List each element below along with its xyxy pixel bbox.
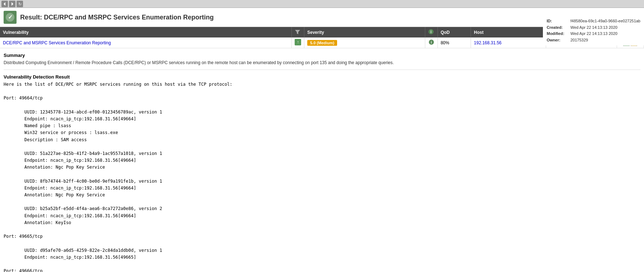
svg-text:↑: ↑: [297, 40, 299, 45]
nav-forward-icon[interactable]: [9, 1, 15, 7]
main-content: Vulnerability Severity i: [0, 27, 644, 272]
severity-cell: 5.0 (Medium): [304, 37, 425, 48]
svg-text:✓: ✓: [8, 14, 13, 20]
svg-text:↻: ↻: [18, 2, 22, 6]
host-link[interactable]: 192.168.31.56: [474, 40, 502, 45]
nav-back-icon[interactable]: [1, 1, 8, 7]
col-header-severity: Severity: [304, 27, 425, 37]
qod-icon-cell: i: [425, 37, 437, 48]
modified-value: Wed Apr 22 14:13:13 2020: [570, 31, 617, 37]
qod-filter-icon[interactable]: i: [428, 29, 434, 35]
id-value: f48580ea-69c1-49a0-9660-ee027251ab: [570, 18, 640, 24]
svg-text:i: i: [431, 40, 432, 44]
summary-title: Summary: [4, 53, 640, 58]
severity-badge: 5.0 (Medium): [307, 40, 337, 46]
modified-label: Modified:: [547, 31, 568, 37]
col-header-icon1: [292, 27, 304, 37]
owner-label: Owner:: [547, 37, 568, 44]
svg-marker-10: [295, 30, 300, 34]
id-label: ID:: [547, 18, 568, 24]
app-logo: ✓: [4, 11, 17, 24]
col-header-qod-icon: i: [425, 27, 437, 37]
summary-content: Distributed Computing Environment / Remo…: [4, 59, 640, 66]
host-cell: 192.168.31.56: [471, 37, 546, 48]
meta-information: ID: f48580ea-69c1-49a0-9660-ee027251ab C…: [543, 16, 644, 45]
created-label: Created:: [547, 24, 568, 31]
refresh-icon[interactable]: ↻: [17, 1, 23, 7]
col-header-qod: QoD: [437, 27, 471, 37]
vulnerability-name-cell: DCE/RPC and MSRPC Services Enumeration R…: [0, 37, 292, 48]
svg-text:i: i: [431, 30, 432, 34]
row-status-icon: ↑: [295, 39, 301, 45]
col-header-vulnerability: Vulnerability: [0, 27, 292, 37]
detection-content: Here is the list of DCE/RPC or MSRPC ser…: [4, 81, 640, 272]
filter-icon[interactable]: [295, 29, 300, 35]
vulnerability-link[interactable]: DCE/RPC and MSRPC Services Enumeration R…: [3, 40, 111, 45]
qod-row-icon: i: [428, 39, 434, 45]
page-title: Result: DCE/RPC and MSRPC Services Enume…: [20, 14, 214, 21]
col-header-host: Host: [471, 27, 546, 37]
page-header: ✓ Result: DCE/RPC and MSRPC Services Enu…: [0, 8, 644, 27]
created-value: Wed Apr 22 14:13:13 2020: [570, 24, 617, 31]
owner-value: 20175329: [570, 37, 588, 44]
detection-title: Vulnerability Detection Result: [4, 74, 640, 80]
row-icon-cell: ↑: [292, 37, 304, 48]
qod-cell: 80%: [437, 37, 471, 48]
toolbar: ↻: [0, 0, 644, 8]
